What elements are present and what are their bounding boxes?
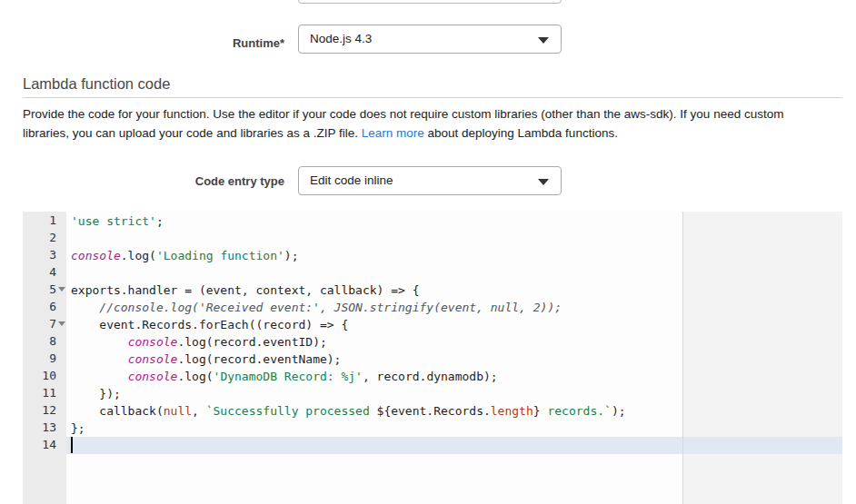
runtime-dropdown[interactable]: Node.js 4.3 <box>298 25 562 54</box>
gutter-line-number[interactable]: 3 <box>23 246 66 263</box>
code-line[interactable]: console.log('DynamoDB Record: %j', recor… <box>66 368 626 385</box>
code-token-plain: ; <box>156 214 164 228</box>
code-token-plain <box>71 335 128 349</box>
code-line[interactable]: callback(null, `Successfully processed $… <box>66 402 626 420</box>
gutter-line-number[interactable]: 12 <box>23 401 66 419</box>
code-line[interactable]: }); <box>66 385 626 402</box>
code-token-plain: ${event.Records. <box>377 404 491 418</box>
learn-more-link[interactable]: Learn more <box>362 126 424 140</box>
code-token-red: length <box>491 404 533 418</box>
code-token-plain: } <box>533 404 541 418</box>
gutter-line-number[interactable]: 9 <box>23 350 66 367</box>
code-token-red: null <box>164 404 192 418</box>
gutter-line-number[interactable]: 4 <box>23 263 66 281</box>
code-line[interactable]: console.log(record.eventID); <box>66 333 626 351</box>
code-token-plain: callback( <box>71 404 164 418</box>
code-token-comment: //console.log('Received event:', JSON.st… <box>71 301 562 314</box>
gutter-line-number[interactable]: 7 <box>23 315 66 332</box>
code-token-plain: .log( <box>177 370 213 383</box>
code-token-plain: }; <box>71 421 85 435</box>
section-divider <box>23 97 842 98</box>
code-line[interactable]: console.log(record.eventName); <box>66 351 626 368</box>
code-line[interactable]: event.Records.forEach((record) => { <box>66 316 626 333</box>
gutter-line-number[interactable]: 10 <box>23 367 66 384</box>
code-token-plain: .log(record.eventID); <box>177 335 326 349</box>
lambda-configure-page: Runtime* Node.js 4.3 Lambda function cod… <box>0 0 856 504</box>
section-title: Lambda function code <box>23 75 170 93</box>
code-token-plain: event.Records.forEach((record) => { <box>71 318 348 331</box>
code-fold-arrow-icon[interactable] <box>58 287 65 292</box>
code-entry-selected-value: Edit code inline <box>310 173 393 187</box>
code-fold-arrow-icon[interactable] <box>58 321 65 326</box>
code-token-string: 'use strict' <box>71 214 156 228</box>
code-token-lang: console <box>128 352 178 366</box>
code-line[interactable] <box>66 437 626 454</box>
code-token-plain: , record.dynamodb); <box>363 370 498 383</box>
description-text-after: about deploying Lambda functions. <box>424 126 618 140</box>
code-entry-type-label: Code entry type <box>0 174 284 188</box>
print-margin-line <box>682 212 683 504</box>
code-token-plain: .log( <box>121 249 156 262</box>
code-token-plain: ); <box>284 249 299 262</box>
code-token-lang: console <box>128 370 178 383</box>
gutter-line-number[interactable]: 13 <box>23 419 66 436</box>
gutter-line-number[interactable]: 5 <box>23 281 66 298</box>
gutter-line-number[interactable]: 6 <box>23 298 66 315</box>
gutter-line-number[interactable]: 14 <box>23 436 66 453</box>
code-token-string: 'Loading function' <box>156 249 284 262</box>
code-line[interactable]: console.log('Loading function'); <box>66 247 626 264</box>
code-token-string: records.` <box>541 404 612 418</box>
code-line[interactable]: }; <box>66 420 626 437</box>
section-description: Provide the code for your function. Use … <box>23 104 833 143</box>
code-token-plain: }); <box>71 387 121 400</box>
chevron-down-icon <box>538 179 549 185</box>
gutter-line-number[interactable]: 1 <box>23 212 66 229</box>
code-token-plain: , <box>192 404 206 418</box>
text-cursor <box>71 437 73 453</box>
print-margin-zone <box>682 212 842 504</box>
code-token-string: `Successfully processed <box>206 404 377 418</box>
code-entry-type-dropdown[interactable]: Edit code inline <box>298 166 562 195</box>
code-token-string: 'DynamoDB Record: %j' <box>214 370 363 383</box>
code-token-lang: console <box>71 249 121 262</box>
code-line[interactable]: 'use strict'; <box>66 212 626 230</box>
code-token-plain: .log(record.eventName); <box>177 352 341 366</box>
code-token-lang: console <box>128 335 178 349</box>
editor-gutter[interactable]: 1234567891011121314 <box>23 212 66 504</box>
code-token-plain: ); <box>612 404 626 418</box>
code-line[interactable]: //console.log('Received event:', JSON.st… <box>66 299 626 316</box>
chevron-down-icon <box>538 37 549 44</box>
runtime-label: Runtime* <box>0 36 284 50</box>
gutter-line-number[interactable]: 8 <box>23 332 66 350</box>
code-line[interactable] <box>66 264 626 282</box>
runtime-selected-value: Node.js 4.3 <box>310 32 372 45</box>
code-token-plain <box>71 352 128 366</box>
code-line[interactable]: exports.handler = (event, context, callb… <box>66 282 626 299</box>
previous-field-partial[interactable] <box>298 0 562 4</box>
code-token-plain: exports.handler = (event, context, callb… <box>71 283 420 297</box>
code-line[interactable] <box>66 230 626 247</box>
code-editor[interactable]: 1234567891011121314 'use strict';console… <box>23 212 842 504</box>
gutter-line-number[interactable]: 2 <box>23 229 66 246</box>
gutter-line-number[interactable]: 11 <box>23 384 66 401</box>
code-token-plain <box>71 370 128 383</box>
code-lines[interactable]: 'use strict';console.log('Loading functi… <box>66 212 626 454</box>
